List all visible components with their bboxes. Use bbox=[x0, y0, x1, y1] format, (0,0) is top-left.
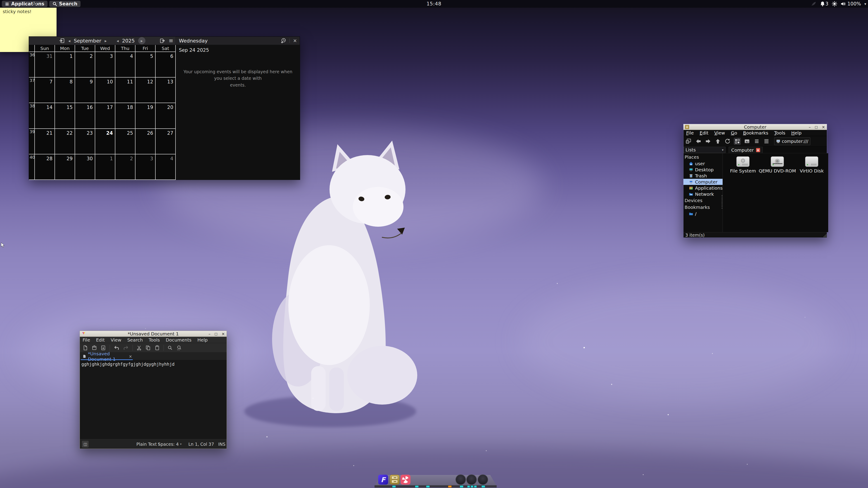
day-cell[interactable]: 21 bbox=[35, 129, 55, 154]
next-year-button[interactable]: ▸ bbox=[138, 37, 146, 44]
tray-chevron-down-icon[interactable]: ▾ bbox=[864, 2, 866, 6]
day-cell[interactable]: 6 bbox=[156, 52, 176, 77]
day-cell[interactable]: 11 bbox=[115, 77, 135, 103]
panel-close-icon[interactable]: × bbox=[293, 38, 297, 43]
fm-minimize-button[interactable]: – bbox=[809, 125, 811, 129]
fm-titlebar[interactable]: Computer – □ × bbox=[683, 124, 827, 130]
place-computer-selected[interactable]: Computer bbox=[683, 179, 722, 185]
place-trash[interactable]: Trash bbox=[683, 173, 722, 179]
day-cell[interactable]: 1 bbox=[95, 154, 115, 180]
place-applications[interactable]: Applications bbox=[683, 185, 722, 191]
prev-month-button[interactable]: ◂ bbox=[68, 38, 70, 43]
volume-indicator[interactable]: 100% bbox=[841, 1, 861, 6]
day-cell[interactable]: 27 bbox=[156, 129, 176, 154]
forward-icon[interactable] bbox=[705, 138, 712, 145]
day-cell[interactable]: 25 bbox=[115, 129, 135, 154]
dock-screenshot-tool-icon[interactable] bbox=[401, 475, 410, 485]
editor-menu-search[interactable]: Search bbox=[127, 337, 143, 343]
fm-resize-grip[interactable] bbox=[823, 234, 827, 237]
day-cell[interactable]: 12 bbox=[135, 77, 156, 103]
editor-minimize-button[interactable]: – bbox=[209, 332, 211, 336]
day-cell[interactable]: 10 bbox=[95, 77, 115, 103]
find-replace-icon[interactable] bbox=[177, 345, 182, 351]
paste-icon[interactable] bbox=[154, 345, 160, 351]
editor-tab-close-icon[interactable]: × bbox=[129, 354, 132, 359]
day-cell[interactable]: 17 bbox=[95, 103, 115, 129]
day-cell[interactable]: 28 bbox=[35, 154, 55, 180]
add-event-clock-icon[interactable] bbox=[280, 38, 286, 44]
editor-tab-unsaved[interactable]: *Unsaved Document 1 × bbox=[81, 353, 132, 360]
fm-menu-edit[interactable]: Edit bbox=[700, 130, 708, 136]
day-cell[interactable]: 4 bbox=[115, 52, 135, 77]
day-cell[interactable]: 2 bbox=[75, 52, 95, 77]
brightness-icon[interactable] bbox=[832, 1, 837, 6]
dock-empty-slot[interactable] bbox=[478, 475, 488, 485]
fm-tab-computer[interactable]: Computer x bbox=[729, 147, 763, 153]
day-cell[interactable]: 18 bbox=[115, 103, 135, 129]
day-cell[interactable]: 26 bbox=[135, 129, 156, 154]
fm-menu-help[interactable]: Help bbox=[791, 130, 802, 136]
icon-view-toggle[interactable] bbox=[734, 138, 741, 145]
reload-icon[interactable] bbox=[724, 138, 731, 145]
editor-menu-view[interactable]: View bbox=[111, 337, 121, 343]
editor-menu-tools[interactable]: Tools bbox=[149, 337, 160, 343]
qemu-dvdrom-item[interactable]: ◉ QEMU DVD-ROM bbox=[761, 156, 794, 173]
applications-menu-button[interactable]: ≡ Applications bbox=[2, 1, 48, 7]
editor-menu-file[interactable]: File bbox=[83, 337, 90, 343]
open-document-icon[interactable] bbox=[92, 345, 97, 351]
fm-file-area[interactable]: ⚙ File System ◉ QEMU DVD-ROM VirtIO Disk bbox=[723, 153, 828, 232]
file-system-item[interactable]: ⚙ File System bbox=[726, 156, 760, 173]
new-window-icon[interactable] bbox=[685, 138, 692, 145]
day-cell[interactable]: 14 bbox=[35, 103, 55, 129]
next-month-button[interactable]: ▸ bbox=[105, 38, 107, 43]
place-user[interactable]: user bbox=[683, 161, 722, 167]
place-network[interactable]: Network bbox=[683, 191, 722, 197]
export-icon[interactable] bbox=[159, 38, 165, 44]
input-mode[interactable]: INS bbox=[218, 442, 225, 447]
virtio-disk-item[interactable]: VirtIO Disk bbox=[795, 156, 828, 173]
day-cell-selected[interactable]: 24 bbox=[95, 129, 115, 154]
editor-maximize-button[interactable]: □ bbox=[215, 332, 218, 335]
fm-menu-file[interactable]: File bbox=[686, 130, 694, 136]
new-document-icon[interactable] bbox=[83, 345, 88, 351]
day-cell[interactable]: 13 bbox=[156, 77, 176, 103]
feather-tray-icon[interactable] bbox=[811, 1, 817, 7]
day-cell[interactable]: 20 bbox=[156, 103, 176, 129]
thumbnail-view-icon[interactable] bbox=[744, 138, 750, 145]
jump-to-today-icon[interactable] bbox=[59, 38, 65, 44]
undo-icon[interactable] bbox=[114, 345, 119, 351]
editor-text-area[interactable]: gghjghkjghdgrghfgyfgjghjdgyghjhyhhjd bbox=[80, 360, 227, 439]
editor-menu-documents[interactable]: Documents bbox=[166, 337, 191, 343]
bookmark-root[interactable]: / bbox=[683, 211, 722, 217]
day-cell[interactable]: 3 bbox=[135, 154, 156, 180]
save-document-icon[interactable] bbox=[101, 345, 106, 351]
place-desktop[interactable]: Desktop bbox=[683, 167, 722, 173]
copy-icon[interactable] bbox=[146, 345, 151, 351]
editor-menu-edit[interactable]: Edit bbox=[96, 337, 105, 343]
editor-menu-help[interactable]: Help bbox=[197, 337, 208, 343]
fm-menu-tools[interactable]: Tools bbox=[774, 130, 785, 136]
day-cell[interactable]: 31 bbox=[35, 52, 55, 77]
day-cell[interactable]: 4 bbox=[156, 154, 176, 180]
day-cell[interactable]: 2 bbox=[115, 154, 135, 180]
compact-list-view-icon[interactable] bbox=[753, 138, 760, 145]
day-cell[interactable]: 8 bbox=[55, 77, 75, 103]
day-cell[interactable]: 5 bbox=[135, 52, 156, 77]
day-cell[interactable]: 23 bbox=[75, 129, 95, 154]
font-size-button[interactable]: Aa bbox=[32, 1, 37, 6]
dock-f-app-icon[interactable]: F bbox=[378, 475, 388, 485]
fm-maximize-button[interactable]: □ bbox=[815, 125, 818, 129]
side-panel-toggle-button[interactable]: ◫ bbox=[82, 441, 89, 448]
fm-tab-close-button[interactable]: x bbox=[756, 148, 760, 152]
back-icon[interactable] bbox=[695, 138, 702, 145]
search-button[interactable]: Search bbox=[49, 1, 81, 7]
dock-empty-slot[interactable] bbox=[456, 475, 466, 485]
cut-icon[interactable] bbox=[136, 345, 142, 351]
day-cell[interactable]: 7 bbox=[35, 77, 55, 103]
find-icon[interactable] bbox=[167, 345, 173, 351]
dock-empty-slot[interactable] bbox=[466, 475, 477, 485]
day-cell[interactable]: 22 bbox=[55, 129, 75, 154]
tab-width-selector[interactable]: Spaces: 4 ▾ bbox=[158, 442, 182, 447]
day-cell[interactable]: 30 bbox=[75, 154, 95, 180]
day-cell[interactable]: 19 bbox=[135, 103, 156, 129]
